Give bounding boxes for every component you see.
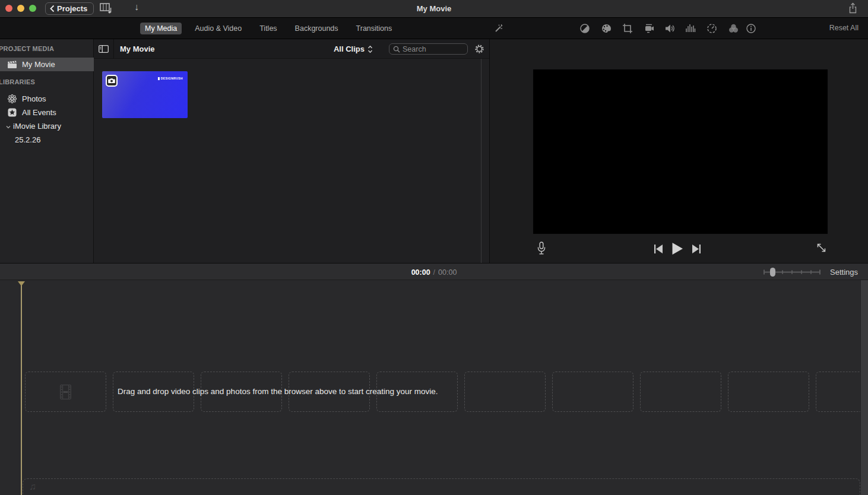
timeline-scrollbar[interactable] bbox=[860, 280, 868, 495]
microphone-icon[interactable] bbox=[537, 242, 546, 258]
clip-placeholder-box bbox=[640, 372, 721, 412]
titlebar: Projects ↓ My Movie bbox=[0, 0, 868, 18]
media-tabs: My Media Audio & Video Titles Background… bbox=[140, 23, 397, 34]
playhead-line[interactable] bbox=[21, 281, 22, 495]
search-field[interactable] bbox=[389, 43, 468, 55]
clip-placeholder-box bbox=[728, 372, 809, 412]
playhead-handle[interactable] bbox=[18, 281, 25, 286]
sidebar-item-photos[interactable]: Photos bbox=[0, 92, 94, 106]
media-browser: My Movie All Clips bbox=[94, 39, 489, 263]
browser-title: My Movie bbox=[120, 39, 155, 59]
browser-scrollbar[interactable] bbox=[481, 59, 481, 263]
photos-flower-icon bbox=[7, 94, 17, 103]
clapperboard-icon bbox=[7, 61, 17, 69]
enhance-wand-icon[interactable] bbox=[493, 23, 504, 34]
timeline-zoom-slider[interactable] bbox=[763, 267, 821, 280]
transport-controls bbox=[654, 242, 701, 258]
timeline-settings-button[interactable]: Settings bbox=[830, 264, 858, 281]
current-time: 00:00 bbox=[411, 268, 430, 277]
libraries-sidebar: PROJECT MEDIA My Movie LIBRARIES bbox=[0, 39, 94, 263]
window-title: My Movie bbox=[0, 0, 868, 18]
info-icon[interactable] bbox=[746, 23, 756, 34]
search-icon bbox=[393, 46, 400, 53]
color-correction-icon[interactable] bbox=[601, 23, 612, 34]
media-thumbnail[interactable]: DESIGNRUSH bbox=[102, 71, 188, 118]
filmstrip-icon bbox=[60, 385, 71, 399]
clip-placeholder-box bbox=[552, 372, 633, 412]
viewer-pane bbox=[489, 39, 868, 263]
tab-transitions[interactable]: Transitions bbox=[351, 23, 397, 34]
skip-back-icon[interactable] bbox=[654, 244, 663, 256]
reset-all-button[interactable]: Reset All bbox=[829, 24, 859, 32]
sidebar-item-label: Photos bbox=[22, 94, 46, 103]
sidebar-item-imovie-library[interactable]: iMovie Library bbox=[0, 119, 94, 133]
tab-backgrounds[interactable]: Backgrounds bbox=[290, 23, 343, 34]
sidebar-item-library-version[interactable]: 25.2.26 bbox=[15, 135, 40, 144]
star-square-icon bbox=[7, 108, 17, 117]
tab-audio-video[interactable]: Audio & Video bbox=[190, 23, 246, 34]
camera-badge-icon bbox=[106, 75, 118, 87]
imovie-window: Projects ↓ My Movie My Media bbox=[0, 0, 868, 495]
crop-icon[interactable] bbox=[622, 23, 633, 34]
music-note-icon: ♫ bbox=[29, 481, 36, 492]
brand-mark-icon bbox=[158, 77, 160, 80]
color-balance-icon[interactable] bbox=[579, 23, 590, 34]
timeline-placeholder-text: Drag and drop video clips and photos fro… bbox=[118, 372, 438, 412]
sidebar-item-my-movie[interactable]: My Movie bbox=[0, 58, 94, 71]
sidebar-toggle-icon bbox=[99, 45, 109, 53]
volume-icon[interactable] bbox=[664, 23, 675, 34]
timeline-area[interactable]: Drag and drop video clips and photos fro… bbox=[0, 280, 868, 495]
chevron-down-icon[interactable] bbox=[6, 122, 11, 131]
fullscreen-icon[interactable] bbox=[816, 243, 826, 255]
sidebar-toggle-button[interactable] bbox=[94, 39, 114, 59]
noise-reduction-icon[interactable] bbox=[685, 23, 696, 34]
search-input[interactable] bbox=[403, 45, 464, 53]
sidebar-item-all-events[interactable]: All Events bbox=[0, 106, 94, 119]
thumbnail-brand-logo: DESIGNRUSH bbox=[158, 77, 183, 80]
video-preview bbox=[533, 69, 828, 234]
skip-forward-icon[interactable] bbox=[692, 244, 701, 256]
browser-header: My Movie All Clips bbox=[94, 39, 489, 59]
clip-placeholder-box bbox=[464, 372, 546, 412]
sidebar-item-label: iMovie Library bbox=[13, 122, 61, 131]
all-clips-label: All Clips bbox=[334, 45, 365, 53]
share-icon[interactable] bbox=[848, 2, 857, 17]
time-separator: / bbox=[433, 268, 435, 277]
sidebar-item-label: All Events bbox=[22, 108, 56, 117]
filters-icon[interactable] bbox=[728, 23, 739, 34]
tab-titles[interactable]: Titles bbox=[255, 23, 281, 34]
sidebar-item-label: My Movie bbox=[22, 60, 55, 69]
timeline-toolbar: 00:00 / 00:00 Settings bbox=[0, 263, 868, 280]
libraries-header: LIBRARIES bbox=[0, 78, 35, 85]
audio-track-lane: ♫ bbox=[23, 478, 860, 495]
clip-placeholder-box bbox=[25, 372, 106, 412]
play-icon[interactable] bbox=[671, 242, 683, 258]
gear-icon[interactable] bbox=[474, 43, 485, 57]
all-clips-dropdown[interactable]: All Clips bbox=[334, 39, 373, 59]
total-time: 00:00 bbox=[438, 268, 457, 277]
time-display: 00:00 / 00:00 bbox=[0, 264, 868, 281]
chevron-up-down-icon bbox=[368, 45, 373, 53]
tab-my-media[interactable]: My Media bbox=[140, 23, 182, 34]
ribbon-bar: My Media Audio & Video Titles Background… bbox=[0, 18, 868, 39]
speed-icon[interactable] bbox=[707, 23, 717, 34]
project-media-header: PROJECT MEDIA bbox=[0, 45, 54, 52]
stabilization-icon[interactable] bbox=[643, 23, 654, 34]
